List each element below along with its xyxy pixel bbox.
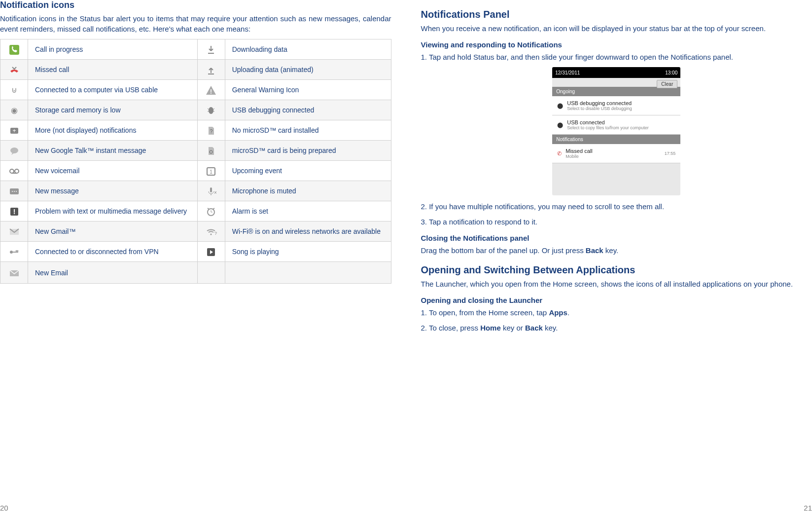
svg-line-32 (213, 208, 214, 209)
usb-debug-sub: Select to disable USB debugging (567, 106, 632, 111)
svg-text:×: × (214, 190, 217, 195)
usb-icon: ⊍ (0, 80, 28, 100)
closing-text-pre: Drag the bottom bar of the panel up. Or … (421, 246, 586, 255)
svg-text:+: + (12, 127, 16, 134)
sd-preparing-icon (197, 141, 225, 161)
viewing-responding-title: Viewing and responding to Notifications (421, 40, 812, 49)
usb-connected-sub: Select to copy files to/from your comput… (567, 125, 649, 130)
icon-description: New Google Talk™ instant message (28, 141, 198, 161)
icon-description: Storage card memory is low (28, 100, 198, 120)
table-row: New Gmail™?Wi-Fi® is on and wireless net… (0, 222, 391, 242)
svg-point-34 (211, 234, 212, 235)
icon-description: New Gmail™ (28, 222, 198, 242)
icon-description: Connected to or disconnected from VPN (28, 242, 198, 262)
new-message-icon (0, 181, 28, 201)
notifications-header: Notifications (552, 135, 680, 144)
svg-rect-39 (17, 250, 18, 252)
page-number-left: 20 (0, 504, 8, 512)
closing-text-bold: Back (586, 246, 603, 255)
missed-call-row[interactable]: ✆ Missed call Mobile 17:55 (552, 144, 680, 163)
table-row: Missed callUploading data (animated) (0, 60, 391, 80)
notifications-panel-screenshot: 12/31/2011 13:00 Clear Ongoing ⬤ USB deb… (552, 67, 680, 195)
svg-point-21 (14, 191, 15, 192)
vpn-icon (0, 242, 28, 262)
opening-switching-title: Opening and Switching Between Applicatio… (421, 264, 812, 276)
warning-icon: ! (197, 80, 225, 100)
usb-connected-icon: ⬤ (557, 122, 563, 128)
launcher1-pre: 1. To open, from the Home screen, tap (421, 308, 549, 317)
icon-description: New message (28, 181, 198, 201)
icon-description: Call in progress (28, 39, 198, 60)
usb-debugging-row[interactable]: ⬤ USB debugging connected Select to disa… (552, 96, 680, 115)
launcher2-bold2: Back (525, 324, 543, 332)
table-row: New Email (0, 262, 391, 284)
table-row: Connected to or disconnected from VPNSon… (0, 242, 391, 262)
icon-description: Wi-Fi® is on and wireless networks are a… (225, 222, 391, 242)
opening-switching-text: The Launcher, which you open from the Ho… (421, 279, 812, 289)
song-playing-icon (197, 242, 225, 262)
launcher-step-2: 2. To close, press Home key or Back key. (421, 323, 812, 333)
notification-icons-title: Notification icons (0, 0, 391, 10)
right-page: Notifications Panel When you receive a n… (406, 0, 812, 517)
launcher2-mid: key or (501, 324, 525, 332)
icon-description: Problem with text or multimedia message … (28, 201, 198, 222)
missed-call-time: 17:55 (665, 151, 676, 156)
viewing-step-3: 3. Tap a notification to respond to it. (421, 217, 812, 227)
closing-panel-text: Drag the bottom bar of the panel up. Or … (421, 245, 812, 256)
gtalk-icon (0, 141, 28, 161)
usb-debug-icon: ⬤ (557, 103, 563, 109)
svg-rect-0 (9, 45, 19, 55)
svg-point-14 (10, 169, 14, 173)
svg-text:!: ! (13, 208, 15, 216)
missed-call-icon (0, 60, 28, 80)
left-page: Notification icons Notification icons in… (0, 0, 406, 517)
clear-button[interactable]: Clear (657, 80, 677, 88)
svg-text:1: 1 (210, 169, 212, 175)
icon-description: New Email (28, 262, 198, 284)
table-row: Call in progressDownloading data (0, 39, 391, 60)
page-number-right: 21 (804, 504, 812, 512)
usb-connected-row[interactable]: ⬤ USB connected Select to copy files to/… (552, 115, 680, 135)
icon-description: Downloading data (225, 39, 391, 60)
missed-call-sub: Mobile (565, 154, 660, 159)
storage-low-icon: ◉ (0, 100, 28, 120)
usb-debug-label: USB debugging connected (567, 100, 632, 106)
missed-call-icon: ✆ (557, 150, 562, 157)
icon-description: Song is playing (225, 242, 391, 262)
icon-description: Upcoming event (225, 161, 391, 181)
icon-description: microSD™ card is being prepared (225, 141, 391, 161)
svg-point-20 (12, 191, 13, 192)
icon-description: Connected to a computer via USB cable (28, 80, 198, 100)
table-row: New message×Microphone is muted (0, 181, 391, 201)
wifi-icon: ? (197, 222, 225, 242)
empty-cell (197, 262, 225, 284)
table-row: ⊍Connected to a computer via USB cable!G… (0, 80, 391, 100)
icon-description: USB debugging connected (225, 100, 391, 120)
svg-point-12 (10, 148, 18, 153)
viewing-step-2: 2. If you have multiple notifications, y… (421, 201, 812, 212)
svg-text:!: ! (210, 88, 212, 95)
launcher2-pre: 2. To close, press (421, 324, 481, 332)
icon-description: More (not displayed) notifications (28, 120, 198, 141)
icon-description: New voicemail (28, 161, 198, 181)
notification-icons-intro: Notification icons in the Status bar ale… (0, 13, 391, 34)
svg-point-4 (209, 107, 213, 114)
voicemail-icon (0, 161, 28, 181)
svg-rect-38 (16, 250, 17, 252)
mic-muted-icon: × (197, 181, 225, 201)
launcher-step-1: 1. To open, from the Home screen, tap Ap… (421, 307, 812, 318)
icon-description (225, 262, 391, 284)
svg-point-22 (16, 191, 17, 192)
download-icon (197, 39, 225, 60)
launcher2-post: key. (543, 324, 558, 332)
notifications-panel-title: Notifications Panel (421, 9, 812, 20)
no-sd-icon: ? (197, 120, 225, 141)
notification-icons-table: Call in progressDownloading dataMissed c… (0, 39, 391, 284)
usb-debug-icon (197, 100, 225, 120)
icon-description: Missed call (28, 60, 198, 80)
launcher-title: Opening and closing the Launcher (421, 296, 812, 304)
svg-text:?: ? (210, 129, 213, 134)
launcher1-post: . (567, 308, 569, 317)
call-in-progress-icon (0, 39, 28, 60)
usb-connected-label: USB connected (567, 119, 649, 125)
